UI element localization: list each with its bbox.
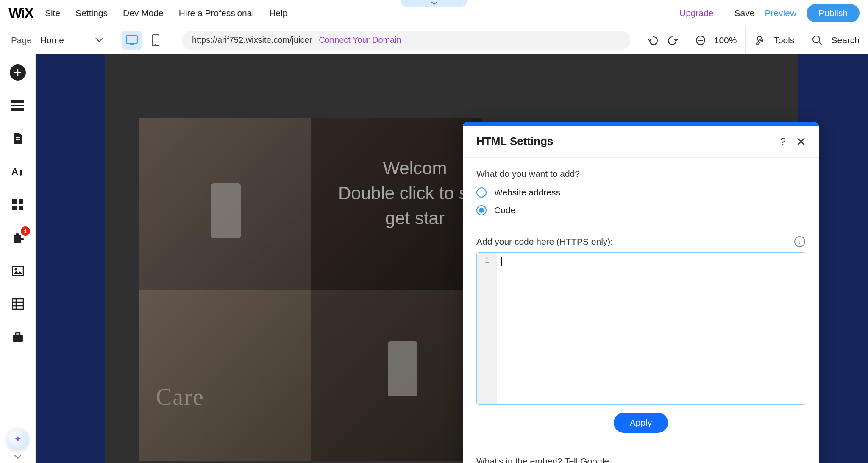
radio-label-code: Code	[494, 205, 515, 215]
code-textarea[interactable]	[497, 253, 805, 404]
media-button[interactable]	[10, 263, 26, 279]
cms-button[interactable]	[10, 296, 26, 312]
panel-header: HTML Settings ?	[463, 126, 819, 158]
code-editor[interactable]: 1	[476, 252, 805, 405]
info-icon[interactable]: i	[794, 236, 805, 247]
help-icon[interactable]: ?	[780, 136, 786, 148]
sections-icon	[11, 100, 24, 111]
editor-toolbar: Page: Home https://arif752.wixsite.com/j…	[0, 26, 868, 54]
page-name: Home	[40, 35, 64, 45]
menu-settings[interactable]: Settings	[75, 8, 108, 18]
svg-point-6	[813, 36, 820, 43]
tools-button[interactable]: Tools	[745, 26, 803, 54]
tools-label: Tools	[773, 35, 794, 45]
svg-rect-18	[12, 206, 17, 210]
image-icon	[12, 266, 24, 276]
window-notch[interactable]	[401, 0, 467, 7]
grid-icon	[12, 199, 23, 210]
briefcase-icon	[12, 332, 24, 343]
line-gutter: 1	[477, 253, 497, 404]
menu-dev-mode[interactable]: Dev Mode	[123, 8, 164, 18]
radio-website-address[interactable]: Website address	[476, 187, 805, 198]
embed-question: What's in the embed? Tell Google	[476, 456, 805, 463]
page-selector[interactable]: Page: Home	[0, 26, 114, 54]
svg-text:A: A	[11, 166, 18, 177]
mobile-view-button[interactable]	[146, 31, 165, 50]
add-element-button[interactable]	[10, 64, 26, 81]
svg-rect-17	[19, 199, 23, 204]
search-icon	[812, 35, 823, 46]
panel-accent-bar	[463, 122, 819, 126]
add-prompt: What do you want to add?	[476, 169, 805, 179]
code-label: Add your code here (HTTPS only):	[476, 237, 613, 247]
preview-button[interactable]: Preview	[765, 8, 796, 18]
svg-rect-12	[11, 108, 24, 111]
svg-rect-26	[13, 335, 23, 342]
svg-rect-1	[130, 44, 134, 45]
svg-rect-10	[11, 100, 24, 103]
svg-rect-22	[12, 299, 23, 309]
menu-help[interactable]: Help	[269, 8, 287, 18]
menu-site[interactable]: Site	[45, 8, 60, 18]
svg-line-7	[819, 42, 822, 45]
undo-redo-group	[639, 26, 687, 54]
radio-icon	[476, 187, 487, 198]
close-icon[interactable]	[797, 137, 805, 146]
panel-title: HTML Settings	[476, 135, 554, 148]
radio-code[interactable]: Code	[476, 205, 805, 215]
main-menu: Site Settings Dev Mode Hire a Profession…	[45, 8, 287, 18]
zoom-value: 100%	[714, 35, 737, 45]
zoom-control[interactable]: 100%	[687, 26, 746, 54]
radio-icon-selected	[476, 205, 487, 215]
business-button[interactable]	[10, 329, 26, 345]
site-url: https://arif752.wixsite.com/juicer	[192, 35, 312, 45]
svg-rect-27	[16, 333, 20, 335]
design-icon: A	[11, 165, 24, 178]
chevron-down-icon	[95, 38, 103, 42]
html-settings-panel: HTML Settings ? What do you want to add?…	[463, 122, 819, 463]
upgrade-link[interactable]: Upgrade	[679, 8, 714, 18]
url-bar[interactable]: https://arif752.wixsite.com/juicer Conne…	[182, 31, 630, 50]
plus-icon	[10, 64, 26, 81]
menu-hire[interactable]: Hire a Professional	[179, 8, 254, 18]
svg-rect-13	[16, 137, 20, 138]
connect-domain-link[interactable]: Connect Your Domain	[319, 35, 401, 45]
collapse-sidebar-icon[interactable]	[0, 450, 36, 463]
svg-rect-16	[12, 199, 17, 204]
radio-label-url: Website address	[494, 187, 560, 198]
left-sidebar: A 1	[0, 54, 36, 463]
svg-rect-19	[19, 206, 23, 210]
publish-button[interactable]: Publish	[807, 4, 860, 22]
zoom-out-icon	[696, 35, 706, 45]
ai-assistant-button[interactable]	[7, 428, 29, 450]
desktop-view-button[interactable]	[122, 31, 142, 50]
redo-icon[interactable]	[667, 35, 678, 45]
divider	[724, 7, 724, 19]
pages-button[interactable]	[10, 131, 26, 147]
apps-grid-button[interactable]	[10, 197, 26, 213]
panel-body: What do you want to add? Website address…	[463, 158, 819, 463]
sections-button[interactable]	[10, 98, 26, 114]
notification-badge: 1	[21, 226, 30, 236]
apply-button[interactable]: Apply	[614, 413, 668, 433]
undo-icon[interactable]	[648, 35, 659, 45]
save-button[interactable]: Save	[734, 8, 755, 18]
page-icon	[13, 132, 23, 145]
svg-rect-0	[126, 36, 137, 43]
svg-rect-11	[11, 105, 24, 106]
divider	[476, 225, 805, 225]
wix-logo[interactable]: WiX	[8, 5, 33, 21]
search-label: Search	[831, 35, 860, 45]
workspace: A 1 Care	[0, 54, 868, 463]
app-market-button[interactable]: 1	[10, 230, 26, 246]
line-number: 1	[477, 256, 497, 265]
wrench-icon	[754, 35, 765, 46]
table-icon	[12, 298, 24, 310]
design-button[interactable]: A	[10, 164, 26, 180]
search-button[interactable]: Search	[803, 26, 868, 54]
device-switch	[114, 26, 173, 54]
svg-rect-14	[16, 139, 20, 140]
page-label: Page:	[11, 35, 34, 45]
svg-point-3	[155, 43, 156, 45]
svg-point-21	[14, 268, 17, 271]
